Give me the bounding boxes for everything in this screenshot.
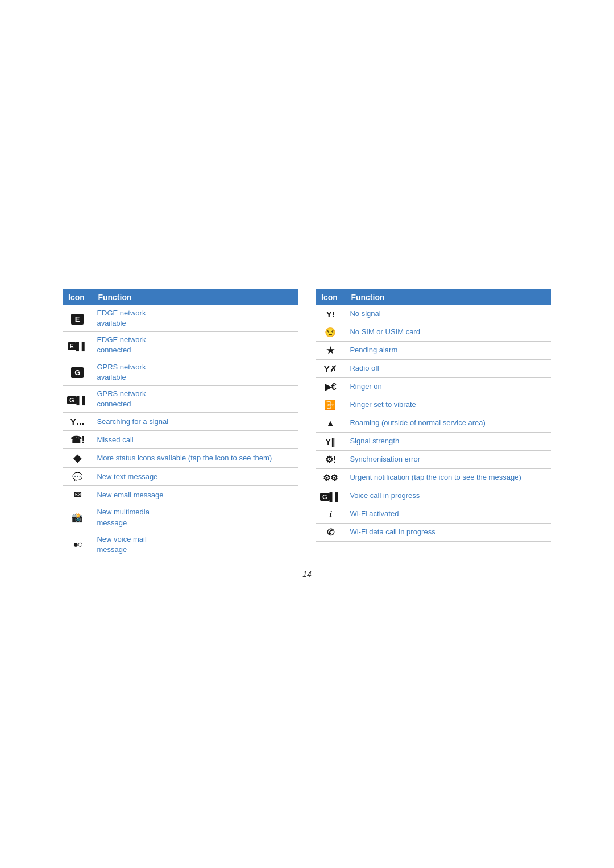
- icon-cell: 💬: [63, 468, 92, 486]
- icon-cell: Y✗: [316, 359, 345, 377]
- table-row: ◆ More status icons available (tap the i…: [63, 449, 298, 468]
- roaming-icon: ▲: [326, 418, 335, 428]
- icon-cell: ▶€: [316, 377, 345, 396]
- function-cell: Signal strength: [345, 432, 551, 450]
- new-voicemail-icon: ●○: [73, 539, 82, 549]
- icon-cell: 📸: [63, 504, 92, 531]
- left-table-icon-header: Icon: [63, 289, 92, 305]
- tables-wrapper: Icon Function E EDGE networkavailable E▌: [63, 289, 551, 558]
- function-cell: More status icons available (tap the ico…: [92, 449, 298, 468]
- function-cell: New multimediamessage: [92, 504, 298, 531]
- voice-call-icon: G▌▌: [320, 492, 341, 501]
- icon-cell: ☎!: [63, 431, 92, 449]
- function-cell: New email message: [92, 486, 298, 504]
- icon-cell: G▌▌: [63, 386, 92, 413]
- icon-cell: E▌▌: [63, 332, 92, 359]
- table-row: ▲ Roaming (outside of normal service are…: [316, 414, 551, 432]
- function-cell: Wi-Fi data call in progress: [345, 523, 551, 541]
- table-row: Y‖ Signal strength: [316, 432, 551, 450]
- left-table-function-header: Function: [92, 289, 298, 305]
- icon-cell: G▌▌: [316, 487, 345, 505]
- icon-cell: ★: [316, 341, 345, 359]
- function-cell: Voice call in progress: [345, 487, 551, 505]
- table-row: Y! No signal: [316, 305, 551, 323]
- new-mms-icon: 📸: [72, 513, 83, 522]
- icon-cell: Y‖: [316, 432, 345, 450]
- icon-cell: 📴: [316, 396, 345, 414]
- icon-cell: ◆: [63, 449, 92, 468]
- table-row: ★ Pending alarm: [316, 341, 551, 359]
- ringer-on-icon: ▶€: [325, 382, 337, 392]
- table-row: Y✗ Radio off: [316, 359, 551, 377]
- function-cell: Searching for a signal: [92, 413, 298, 431]
- radio-off-icon: Y✗: [324, 364, 337, 373]
- icon-cell: ✉: [63, 486, 92, 504]
- function-cell: GPRS networkavailable: [92, 359, 298, 385]
- icon-cell: ✆: [316, 523, 345, 541]
- page-container: Icon Function E EDGE networkavailable E▌: [63, 267, 551, 601]
- table-row: E▌▌ EDGE networkconnected: [63, 332, 298, 359]
- table-row: 𝑖 Wi-Fi activated: [316, 505, 551, 523]
- new-text-message-icon: 💬: [72, 472, 83, 481]
- function-cell: Roaming (outside of normal service area): [345, 414, 551, 432]
- table-row: ✉ New email message: [63, 486, 298, 504]
- icon-cell: 𝑖: [316, 505, 345, 523]
- table-row: ⚙! Synchronisation error: [316, 450, 551, 468]
- icon-cell: ⚙⚙: [316, 468, 345, 487]
- function-cell: No signal: [345, 305, 551, 323]
- function-cell: Synchronisation error: [345, 450, 551, 468]
- function-cell: Ringer set to vibrate: [345, 396, 551, 414]
- function-cell: Urgent notification (tap the icon to see…: [345, 468, 551, 487]
- new-email-icon: ✉: [74, 490, 81, 500]
- edge-connected-icon: E▌▌: [68, 341, 88, 351]
- table-row: Y… Searching for a signal: [63, 413, 298, 431]
- signal-strength-icon: Y‖: [325, 437, 335, 446]
- function-cell: EDGE networkavailable: [92, 305, 298, 332]
- gprs-connected-icon: G▌▌: [67, 395, 88, 405]
- left-table: Icon Function E EDGE networkavailable E▌: [63, 289, 298, 558]
- function-cell: New text message: [92, 468, 298, 486]
- function-cell: New voice mailmessage: [92, 531, 298, 558]
- right-table: Icon Function Y! No signal 😒 No S: [316, 289, 551, 542]
- function-cell: Radio off: [345, 359, 551, 377]
- icon-cell: ▲: [316, 414, 345, 432]
- icon-cell: 😒: [316, 323, 345, 341]
- ringer-vibrate-icon: 📴: [325, 400, 336, 410]
- table-row: 📴 Ringer set to vibrate: [316, 396, 551, 414]
- edge-network-available-icon: E: [71, 314, 84, 325]
- urgent-notification-icon: ⚙⚙: [323, 473, 338, 483]
- table-row: G▌▌ Voice call in progress: [316, 487, 551, 505]
- function-cell: EDGE networkconnected: [92, 332, 298, 359]
- function-cell: GPRS networkconnected: [92, 386, 298, 413]
- searching-signal-icon: Y…: [70, 417, 85, 426]
- sync-error-icon: ⚙!: [325, 455, 336, 464]
- gprs-available-icon: G: [71, 367, 84, 378]
- wifi-call-icon: ✆: [327, 528, 334, 537]
- table-row: ▶€ Ringer on: [316, 377, 551, 396]
- wifi-activated-icon: 𝑖: [329, 509, 331, 519]
- icon-cell: Y…: [63, 413, 92, 431]
- function-cell: Pending alarm: [345, 341, 551, 359]
- icon-cell: ⚙!: [316, 450, 345, 468]
- icon-cell: E: [63, 305, 92, 332]
- table-row: G GPRS networkavailable: [63, 359, 298, 385]
- table-row: G▌▌ GPRS networkconnected: [63, 386, 298, 413]
- right-table-function-header: Function: [345, 289, 551, 305]
- table-row: 💬 New text message: [63, 468, 298, 486]
- table-row: ●○ New voice mailmessage: [63, 531, 298, 558]
- function-cell: Wi-Fi activated: [345, 505, 551, 523]
- table-row: ⚙⚙ Urgent notification (tap the icon to …: [316, 468, 551, 487]
- icon-cell: Y!: [316, 305, 345, 323]
- pending-alarm-icon: ★: [326, 346, 334, 355]
- no-sim-icon: 😒: [325, 327, 336, 337]
- right-table-icon-header: Icon: [316, 289, 345, 305]
- function-cell: Missed call: [92, 431, 298, 449]
- more-status-icon: ◆: [73, 452, 81, 464]
- function-cell: Ringer on: [345, 377, 551, 396]
- table-row: E EDGE networkavailable: [63, 305, 298, 332]
- table-row: ✆ Wi-Fi data call in progress: [316, 523, 551, 541]
- no-signal-icon: Y!: [326, 309, 335, 319]
- icon-cell: ●○: [63, 531, 92, 558]
- table-row: 😒 No SIM or USIM card: [316, 323, 551, 341]
- function-cell: No SIM or USIM card: [345, 323, 551, 341]
